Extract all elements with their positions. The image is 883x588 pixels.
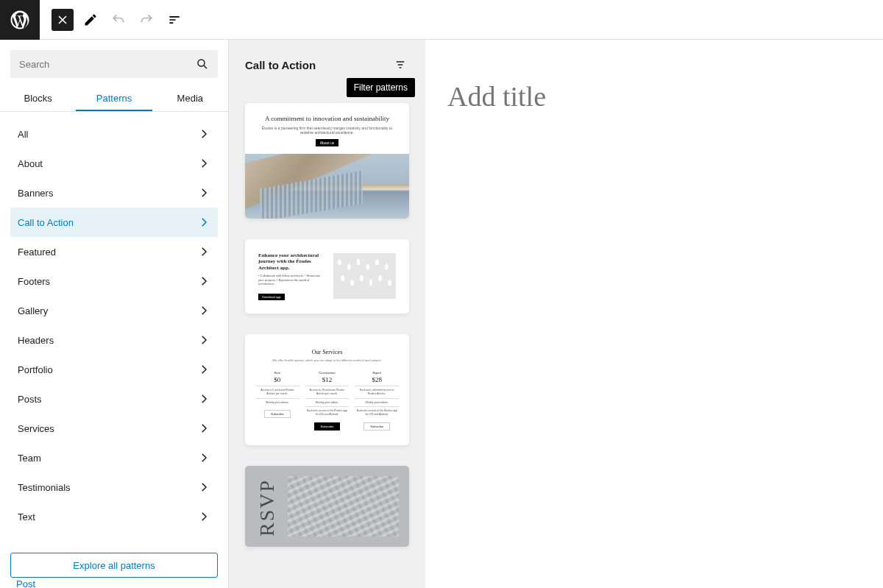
pricing-col-3: Expert $28 Exclusive, unlimited access t…: [355, 371, 399, 431]
search-input[interactable]: [19, 59, 181, 70]
filter-patterns-button[interactable]: [391, 56, 409, 74]
pencil-icon: [83, 13, 98, 27]
pattern-previews-panel: Call to Action Filter patterns A commitm…: [229, 40, 425, 588]
chevron-right-icon: [197, 304, 210, 317]
redo-button[interactable]: [135, 9, 157, 31]
chevron-right-icon: [197, 245, 210, 258]
top-toolbar: [0, 0, 883, 40]
category-gallery[interactable]: Gallery: [10, 296, 218, 325]
inserter-tabs: Blocks Patterns Media: [0, 84, 228, 112]
category-team[interactable]: Team: [10, 443, 218, 472]
category-posts[interactable]: Posts: [10, 384, 218, 414]
chevron-right-icon: [197, 451, 210, 464]
tab-media[interactable]: Media: [152, 84, 228, 111]
pattern-category-title: Call to Action: [245, 59, 316, 71]
post-title-placeholder[interactable]: Add title: [447, 80, 861, 113]
wordpress-icon: [9, 9, 31, 31]
chevron-right-icon: [197, 510, 210, 523]
pattern-3-subtitle: We offer flexible options, which you can…: [255, 358, 399, 362]
edit-button[interactable]: [79, 9, 102, 31]
category-services[interactable]: Services: [10, 414, 218, 443]
filter-icon: [394, 59, 406, 71]
pricing-col-2: Connoisseur $12 Access to 20 exclusive É…: [305, 371, 350, 431]
category-banners[interactable]: Banners: [10, 178, 218, 208]
pattern-1-image: [245, 154, 409, 219]
pattern-preview-4[interactable]: RSVP: [245, 466, 409, 547]
category-all[interactable]: All: [10, 119, 218, 149]
category-call-to-action[interactable]: Call to Action: [10, 208, 218, 237]
explore-all-patterns-button[interactable]: Explore all patterns: [10, 553, 218, 578]
category-portfolio[interactable]: Portfolio: [10, 355, 218, 384]
pattern-preview-2[interactable]: Enhance your architectural journey with …: [245, 239, 409, 314]
category-text[interactable]: Text: [10, 502, 218, 531]
category-testimonials[interactable]: Testimonials: [10, 472, 218, 502]
pattern-2-image: [333, 253, 396, 299]
pattern-4-rsvp-text: RSVP: [255, 476, 279, 536]
search-icon: [196, 57, 209, 71]
search-box[interactable]: [10, 50, 218, 78]
filter-tooltip: Filter patterns: [347, 78, 415, 97]
chevron-right-icon: [197, 333, 210, 347]
editor-canvas[interactable]: Add title: [425, 40, 883, 588]
chevron-right-icon: [197, 363, 210, 376]
list-icon: [167, 13, 182, 27]
undo-icon: [111, 13, 126, 27]
wordpress-logo[interactable]: [0, 0, 40, 40]
pattern-2-title: Enhance your architectural journey with …: [258, 252, 326, 271]
chevron-right-icon: [197, 274, 210, 288]
close-icon: [55, 13, 70, 27]
pattern-preview-3[interactable]: Our Services We offer flexible options, …: [245, 334, 409, 445]
undo-button[interactable]: [107, 9, 130, 31]
pattern-category-list: All About Banners Call to Action Feature…: [0, 112, 228, 542]
chevron-right-icon: [197, 216, 210, 229]
toolbar-buttons: [40, 9, 191, 31]
pattern-2-button: Download app: [258, 294, 285, 300]
close-inserter-button[interactable]: [52, 9, 74, 31]
pattern-preview-1[interactable]: A commitment to innovation and sustainab…: [245, 103, 409, 219]
inserter-panel: Blocks Patterns Media All About Banners …: [0, 40, 229, 588]
document-overview-button[interactable]: [163, 9, 185, 31]
pattern-preview-list[interactable]: A commitment to innovation and sustainab…: [229, 81, 425, 588]
post-link[interactable]: Post: [16, 578, 35, 588]
pattern-1-title: A commitment to innovation and sustainab…: [260, 115, 394, 123]
tab-blocks[interactable]: Blocks: [0, 84, 76, 111]
pattern-3-title: Our Services: [255, 349, 399, 355]
category-headers[interactable]: Headers: [10, 325, 218, 355]
pattern-1-button: About us: [316, 139, 339, 146]
chevron-right-icon: [197, 186, 210, 199]
main-layout: Blocks Patterns Media All About Banners …: [0, 40, 883, 588]
redo-icon: [139, 13, 154, 27]
chevron-right-icon: [197, 392, 210, 405]
chevron-right-icon: [197, 481, 210, 494]
pattern-4-image: [288, 476, 399, 536]
chevron-right-icon: [197, 422, 210, 435]
chevron-right-icon: [197, 127, 210, 141]
category-featured[interactable]: Featured: [10, 237, 218, 266]
svg-point-0: [198, 60, 205, 66]
category-about[interactable]: About: [10, 149, 218, 178]
pricing-col-1: Free $0 Access to 5 exclusive Études Art…: [255, 371, 299, 431]
pattern-2-bullets: • Collaborate with fellow architects. • …: [258, 274, 326, 286]
chevron-right-icon: [197, 157, 210, 170]
tab-patterns[interactable]: Patterns: [76, 84, 152, 111]
pattern-1-subtitle: Études is a pioneering firm that seamles…: [260, 126, 394, 135]
category-footers[interactable]: Footers: [10, 266, 218, 296]
